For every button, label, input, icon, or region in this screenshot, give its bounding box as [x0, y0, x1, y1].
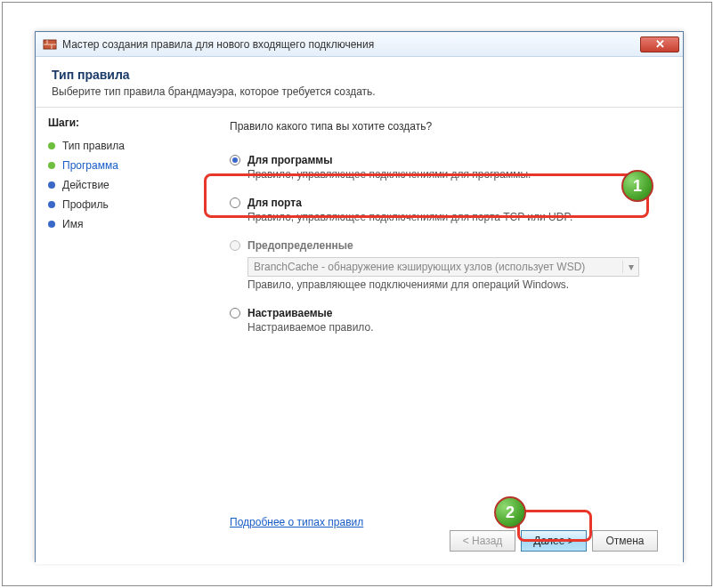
titlebar: Мастер создания правила для нового входя… — [36, 32, 683, 57]
body: Шаги: Тип правила Программа Действие Про… — [36, 108, 683, 564]
question-text: Правило какого типа вы хотите создать? — [230, 120, 658, 133]
wizard-window: Мастер создания правила для нового входя… — [35, 31, 684, 562]
header: Тип правила Выберите тип правила брандма… — [36, 57, 683, 108]
screenshot-frame: Мастер создания правила для нового входя… — [2, 2, 712, 586]
step-program[interactable]: Программа — [48, 156, 201, 175]
window-title: Мастер создания правила для нового входя… — [62, 38, 640, 51]
back-button[interactable]: < Назад — [450, 530, 515, 552]
next-button[interactable]: Далее > — [521, 530, 587, 552]
bullet-icon — [48, 162, 55, 169]
step-label: Программа — [62, 159, 118, 172]
option-title: Для порта — [247, 197, 302, 209]
bullet-icon — [48, 201, 55, 208]
steps-sidebar: Шаги: Тип правила Программа Действие Про… — [36, 108, 214, 564]
radio-port[interactable] — [230, 197, 240, 208]
button-row: < Назад Далее > Отмена — [450, 530, 658, 552]
bullet-icon — [48, 181, 55, 189]
page-subtitle: Выберите тип правила брандмауэра, которо… — [52, 85, 667, 98]
option-desc: Настраиваемое правило. — [247, 321, 658, 334]
option-title: Настраиваемые — [247, 307, 332, 319]
option-custom: Настраиваемые Настраиваемое правило. — [230, 307, 658, 334]
bullet-icon — [48, 221, 55, 228]
step-action[interactable]: Действие — [48, 175, 201, 195]
chevron-down-icon: ▾ — [622, 261, 638, 273]
close-icon: ✕ — [655, 37, 665, 51]
predefined-dropdown: BranchCache - обнаружение кэширующих узл… — [247, 257, 639, 277]
bullet-icon — [48, 142, 55, 149]
option-desc: Правило, управляющее подключениями для о… — [247, 278, 658, 291]
option-desc: Правило, управляющее подключениями для п… — [247, 211, 658, 223]
radio-program[interactable] — [230, 155, 240, 165]
radio-custom[interactable] — [230, 308, 240, 318]
option-program: Для программы Правило, управляющее подкл… — [230, 154, 658, 181]
step-label: Действие — [62, 179, 110, 191]
radio-predefined[interactable] — [230, 240, 240, 251]
option-port: Для порта Правило, управляющее подключен… — [230, 197, 658, 223]
cancel-button[interactable]: Отмена — [592, 530, 658, 552]
option-predefined: Предопределенные BranchCache - обнаружен… — [230, 239, 658, 291]
close-button[interactable]: ✕ — [640, 36, 679, 52]
step-label: Профиль — [62, 198, 109, 211]
option-title: Предопределенные — [247, 239, 353, 252]
step-label: Тип правила — [62, 140, 125, 152]
dropdown-text: BranchCache - обнаружение кэширующих узл… — [254, 261, 622, 273]
option-title: Для программы — [247, 154, 332, 166]
steps-heading: Шаги: — [48, 117, 201, 129]
page-title: Тип правила — [52, 68, 667, 82]
main-panel: Правило какого типа вы хотите создать? Д… — [214, 108, 683, 564]
step-rule-type[interactable]: Тип правила — [48, 136, 201, 156]
option-desc: Правило, управляющее подключениями для п… — [247, 168, 658, 181]
step-name[interactable]: Имя — [48, 214, 201, 234]
step-label: Имя — [62, 218, 83, 230]
firewall-icon — [43, 37, 57, 52]
learn-more-link[interactable]: Подробнее о типах правил — [230, 516, 363, 528]
step-profile[interactable]: Профиль — [48, 195, 201, 214]
